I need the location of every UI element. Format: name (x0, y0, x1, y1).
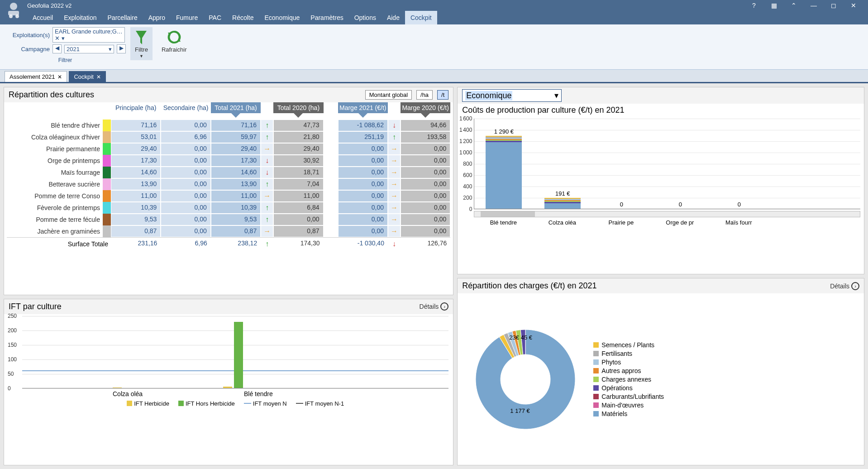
table-row[interactable]: Prairie permanente 29,40 0,00 29,40 → 29… (7, 143, 450, 155)
table-row[interactable]: Betterave sucrière 13,90 0,00 13,90 ↑ 7,… (7, 178, 450, 190)
ift-bar (234, 322, 243, 388)
table-row[interactable]: Blé tendre d'hiver 71,16 0,00 71,16 ↑ 47… (7, 120, 450, 131)
ribbon-filter-group: Exploitation(s) EARL Grande culture;G… ✕… (5, 27, 126, 63)
legend-item: Semences / Plants (593, 341, 664, 349)
col-marge-2020: Marge 2020 (€/t) (401, 102, 450, 113)
table-row[interactable]: Pomme de terre Conso 11,00 0,00 11,00 → … (7, 190, 450, 202)
cost-hscrollbar[interactable] (474, 211, 860, 217)
trend-icon: → (388, 202, 401, 214)
trend-icon: → (388, 214, 401, 225)
table-row[interactable]: Colza oléagineux d'hiver 53,01 6,96 59,9… (7, 131, 450, 143)
color-swatch (103, 155, 111, 167)
close-button[interactable]: ✕ (844, 2, 863, 9)
ift-details-link[interactable]: Détails› (420, 302, 449, 311)
maximize-button[interactable]: ◻ (824, 2, 844, 9)
color-swatch (103, 131, 111, 143)
legend-item: Charges annexes (593, 376, 664, 383)
minimize-button[interactable]: — (804, 2, 824, 9)
ift-bar-group (113, 388, 133, 388)
donut-top-label: 23€ 45 € (509, 334, 532, 341)
svg-point-2 (9, 14, 13, 18)
trend-icon: → (261, 225, 273, 237)
ift-chart: 050100150200250 Colza oléaBlé tendre IFT… (4, 314, 453, 465)
charges-legend: Semences / PlantsFertilisantsPhytosAutre… (593, 341, 664, 417)
ift-bar (113, 388, 122, 388)
trend-icon: ↑ (261, 131, 273, 143)
refresh-icon (166, 29, 182, 45)
tab-close-icon[interactable]: ✕ (57, 74, 62, 80)
tab-close-icon[interactable]: ✕ (96, 74, 101, 80)
menu-paramètres[interactable]: Paramètres (305, 11, 348, 24)
menu-parcellaire[interactable]: Parcellaire (102, 11, 143, 24)
legend-item: Fertilisants (593, 350, 664, 357)
menu-aide[interactable]: Aide (382, 11, 405, 24)
cultures-panel: Répartition des cultures Montant global … (4, 87, 453, 295)
table-row[interactable]: Jachère en graminées 0,87 0,00 0,87 → 0,… (7, 225, 450, 237)
table-row[interactable]: Fèverole de printemps 10,39 0,00 10,39 ↑… (7, 202, 450, 214)
collapse-ribbon-icon[interactable]: ⌃ (784, 2, 804, 9)
calculator-icon[interactable]: ▦ (764, 2, 784, 9)
cost-title: Coûts de production par culture (€/t) en… (458, 104, 864, 117)
campagne-prev-button[interactable]: ◀ (52, 44, 62, 53)
tab-cockpit[interactable]: Cockpit✕ (69, 71, 105, 82)
eco-type-combo[interactable]: Economique▾ (462, 89, 562, 102)
menu-pac[interactable]: PAC (203, 11, 227, 24)
cost-bar-group: 0 (601, 201, 642, 209)
filter-button[interactable]: Filtre ▼ (130, 27, 153, 60)
campagne-label: Campagne (5, 46, 50, 53)
trend-icon: ↓ (388, 120, 401, 131)
legend-item: Carburants/Lubrifiants (593, 393, 664, 400)
donut-main-label: 1 177 € (510, 407, 529, 414)
app-logo-icon (5, 1, 23, 19)
trend-icon: → (261, 190, 273, 202)
cost-chart: 02004006008001 0001 2001 4001 600 1 290 … (458, 117, 864, 274)
legend-item: Phytos (593, 359, 664, 366)
col-total-2021: Total 2021 (ha) (211, 102, 261, 113)
menu-cockpit[interactable]: Cockpit (405, 11, 437, 24)
table-row[interactable]: Orge de printemps 17,30 0,00 17,30 ↓ 30,… (7, 155, 450, 167)
menu-récolte[interactable]: Récolte (227, 11, 259, 24)
legend-item: IFT Herbicide (127, 400, 169, 407)
trend-icon: → (261, 143, 273, 155)
footer-m21-trend-icon: ↓ (388, 238, 401, 250)
trend-icon: ↓ (261, 155, 273, 167)
trend-icon: → (388, 155, 401, 167)
col-marge-2021: Marge 2021 (€/t) (338, 102, 388, 113)
campagne-next-button[interactable]: ▶ (117, 44, 126, 53)
document-tabs: Assolement 2021✕Cockpit✕ (0, 70, 868, 83)
cultures-table-footer: Surface Totale 231,16 6,96 238,12 ↑ 174,… (7, 237, 450, 250)
legend-item: IFT Hors Herbicide (178, 400, 235, 407)
cost-bar-group: 0 (660, 201, 701, 209)
footer-t21-trend-icon: ↑ (261, 238, 273, 250)
campagne-combo[interactable]: 2021 ▾ (64, 45, 114, 53)
cost-bar-group: 0 (719, 201, 759, 209)
menu-fumure[interactable]: Fumure (171, 11, 203, 24)
charges-details-link[interactable]: Détails› (830, 282, 859, 290)
toggle-t[interactable]: /t (437, 90, 448, 100)
toggle-ha[interactable]: /ha (416, 90, 433, 100)
menu-options[interactable]: Options (349, 11, 382, 24)
menu-accueil[interactable]: Accueil (27, 11, 58, 24)
svg-point-0 (10, 3, 17, 10)
toggle-global[interactable]: Montant global (365, 90, 412, 100)
menu-economique[interactable]: Economique (259, 11, 305, 24)
menu-exploitation[interactable]: Exploitation (58, 11, 102, 24)
exploitation-combo[interactable]: EARL Grande culture;G… ✕ ▾ (52, 27, 125, 43)
trend-icon: ↑ (261, 178, 273, 190)
trend-icon: ↑ (261, 202, 273, 214)
content: Répartition des cultures Montant global … (0, 83, 868, 469)
table-row[interactable]: Pomme de terre fécule 9,53 0,00 9,53 ↑ 0… (7, 214, 450, 225)
refresh-button[interactable]: Rafraichir (157, 27, 191, 55)
tab-assolement-2021[interactable]: Assolement 2021✕ (5, 71, 67, 82)
ift-bars (22, 316, 448, 388)
charges-donut-chart: 1 177 € 23€ 45 € (467, 321, 584, 438)
svg-marker-4 (136, 31, 147, 44)
col-secondaire: Secondaire (ha) (161, 102, 210, 113)
ift-title: IFT par culture (9, 302, 62, 311)
cultures-table-header: Principale (ha) Secondaire (ha) Total 20… (7, 102, 450, 113)
menu-appro[interactable]: Appro (143, 11, 171, 24)
trend-icon: ↑ (261, 120, 273, 131)
help-icon[interactable]: ? (744, 2, 764, 9)
svg-point-3 (15, 14, 19, 18)
table-row[interactable]: Maïs fourrage 14,60 0,00 14,60 ↓ 18,71 0… (7, 167, 450, 178)
